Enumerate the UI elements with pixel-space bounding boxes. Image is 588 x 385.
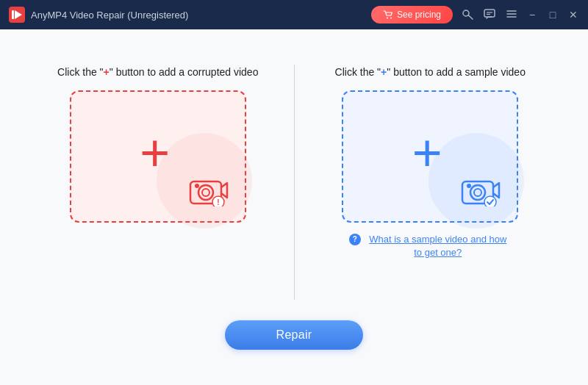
svg-point-16	[195, 184, 199, 188]
svg-rect-7	[484, 10, 495, 17]
svg-point-22	[467, 184, 471, 188]
maximize-button[interactable]: □	[547, 9, 559, 21]
toolbar-icons	[462, 8, 517, 22]
sample-drop-zone[interactable]: +	[342, 90, 518, 223]
main-content: Click the "+" button to add a corrupted …	[0, 29, 588, 385]
sample-instruction: Click the "+" button to add a sample vid…	[335, 65, 526, 80]
svg-line-6	[468, 15, 473, 19]
svg-rect-2	[12, 10, 14, 19]
repair-label: Repair	[276, 328, 312, 341]
svg-point-3	[387, 18, 388, 19]
corrupted-video-panel: Click the "+" button to add a corrupted …	[37, 65, 279, 223]
cart-icon	[383, 10, 393, 19]
help-text: What is a sample video and how to get on…	[365, 233, 512, 259]
titlebar: AnyMP4 Video Repair (Unregistered) See p…	[0, 0, 588, 29]
minimize-button[interactable]: −	[526, 9, 538, 21]
close-button[interactable]: ✕	[567, 9, 579, 21]
sample-camera-icon	[461, 174, 502, 206]
corrupted-instruction: Click the "+" button to add a corrupted …	[57, 65, 258, 80]
help-link[interactable]: ? What is a sample video and how to get …	[349, 233, 512, 259]
svg-point-14	[198, 185, 213, 200]
panel-divider	[294, 65, 295, 300]
svg-point-4	[390, 18, 392, 19]
svg-point-15	[202, 189, 209, 196]
svg-point-20	[470, 185, 485, 200]
corrupted-plus-text: +	[104, 66, 110, 78]
see-pricing-button[interactable]: See pricing	[371, 6, 453, 24]
repair-button[interactable]: Repair	[225, 320, 364, 350]
chat-icon[interactable]	[484, 8, 495, 22]
key-icon[interactable]	[462, 8, 473, 22]
corrupted-drop-zone[interactable]: + !	[70, 90, 246, 223]
pricing-label: See pricing	[397, 10, 441, 20]
repair-btn-row: Repair	[15, 320, 573, 350]
sample-plus-icon: +	[412, 127, 442, 179]
corrupted-camera-icon: !	[189, 174, 230, 206]
sample-video-panel: Click the "+" button to add a sample vid…	[309, 65, 552, 259]
panels-row: Click the "+" button to add a corrupted …	[37, 65, 551, 300]
svg-text:!: !	[217, 198, 219, 206]
app-title: AnyMP4 Video Repair (Unregistered)	[31, 10, 371, 21]
svg-point-21	[474, 189, 481, 196]
corrupted-plus-icon: +	[140, 127, 170, 179]
svg-point-23	[484, 196, 496, 206]
window-controls: − □ ✕	[526, 9, 579, 21]
sample-plus-text: +	[381, 66, 387, 78]
app-logo	[9, 7, 25, 23]
menu-icon[interactable]	[506, 8, 517, 22]
help-icon: ?	[349, 234, 361, 245]
